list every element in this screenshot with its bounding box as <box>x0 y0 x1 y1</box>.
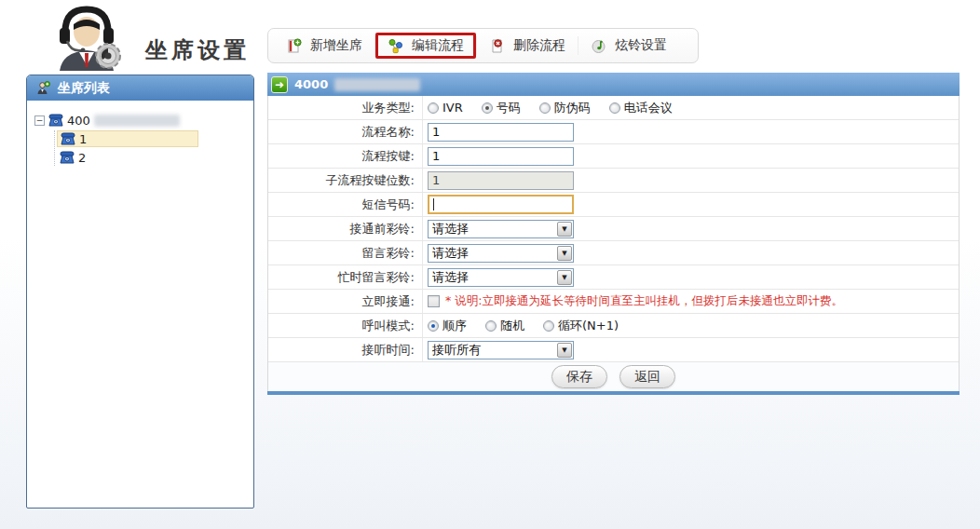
radio-option-random[interactable]: 随机 <box>485 318 524 334</box>
radio-option-conference[interactable]: 电话会议 <box>609 100 673 116</box>
chevron-down-icon: ▼ <box>557 246 572 261</box>
gear-icon <box>96 44 120 68</box>
selected-value: 请选择 <box>429 245 556 262</box>
flow-form: 业务类型: IVR 号码 防伪码 电话会议 <box>267 96 960 362</box>
censored-number-blur <box>94 115 180 127</box>
add-agent-icon <box>286 38 302 54</box>
form-footer: 保存 返回 <box>267 362 960 391</box>
field-label: 接通前彩铃: <box>268 217 423 240</box>
form-row-busy-message-ring: 忙时留言彩铃: 请选择 ▼ <box>268 265 959 290</box>
flow-name-input[interactable] <box>428 123 574 142</box>
form-row-immediate-connect: 立即接通: * 说明:立即接通为延长等待时间直至主叫挂机，但拨打后未接通也立即计… <box>268 290 959 314</box>
phone-icon <box>61 132 75 145</box>
radio-option-ivr[interactable]: IVR <box>428 101 463 115</box>
agent-tree: − 400 1 <box>27 101 253 177</box>
chevron-down-icon: ▼ <box>557 343 572 358</box>
radio-option-cycle[interactable]: 循环(N+1) <box>543 318 619 334</box>
radio-icon-checked <box>428 320 439 332</box>
form-row-answer-time: 接听时间: 接听所有 ▼ <box>268 338 959 362</box>
sms-number-input[interactable] <box>428 195 574 214</box>
radio-label: 循环(N+1) <box>558 318 619 334</box>
field-label: 立即接通: <box>268 290 423 313</box>
radio-icon <box>428 102 439 114</box>
field-label: 呼叫模式: <box>268 314 423 337</box>
radio-icon <box>543 320 554 332</box>
tree-node-agent[interactable]: 2 <box>57 149 246 166</box>
immediate-connect-note: * 说明:立即接通为延长等待时间直至主叫挂机，但拨打后未接通也立即计费。 <box>445 293 843 309</box>
form-row-flow-key: 流程按键: <box>268 144 959 169</box>
radio-label: IVR <box>442 101 463 115</box>
radio-option-anticounterfeit[interactable]: 防伪码 <box>539 100 591 116</box>
field-label: 短信号码: <box>268 193 423 216</box>
ring-settings-button[interactable]: 炫铃设置 <box>578 33 679 59</box>
form-row-subflow-digits: 子流程按键位数: <box>268 169 959 193</box>
radio-icon <box>485 320 497 332</box>
toolbar-button-label: 新增坐席 <box>310 37 362 54</box>
edit-flow-icon <box>388 38 403 54</box>
flow-edit-panel: ➜ 4000 业务类型: IVR 号码 防伪码 <box>267 73 960 395</box>
collapse-icon[interactable]: − <box>34 115 45 126</box>
phone-icon <box>48 114 63 127</box>
selected-value: 请选择 <box>429 269 556 286</box>
message-ring-select[interactable]: 请选择 ▼ <box>428 244 574 263</box>
add-person-icon <box>36 81 50 95</box>
field-label: 业务类型: <box>268 96 423 119</box>
add-agent-button[interactable]: 新增坐席 <box>274 33 374 59</box>
selected-value: 请选择 <box>429 221 556 237</box>
toolbar-button-label: 删除流程 <box>513 37 565 54</box>
toolbar: 新增坐席 编辑流程 删除流程 炫铃设置 <box>267 28 699 63</box>
panel-title-number: 4000 <box>294 77 328 91</box>
radio-label: 防伪码 <box>554 100 591 116</box>
field-label: 留言彩铃: <box>268 241 423 264</box>
censored-number-blur <box>334 78 420 91</box>
delete-flow-button[interactable]: 删除流程 <box>477 33 578 59</box>
form-row-call-mode: 呼叫模式: 顺序 随机 循环(N+1) <box>268 314 959 338</box>
tree-children: 1 2 <box>54 130 246 166</box>
radio-label: 随机 <box>500 318 524 334</box>
tree-root-node[interactable]: − 400 <box>34 112 246 129</box>
tree-root-label: 400 <box>67 114 90 128</box>
busy-message-ring-select[interactable]: 请选择 ▼ <box>428 268 574 287</box>
toolbar-button-label: 炫铃设置 <box>615 37 667 54</box>
call-mode-radio-group: 顺序 随机 循环(N+1) <box>423 318 959 334</box>
back-button[interactable]: 返回 <box>619 365 675 388</box>
delete-flow-icon <box>489 38 505 54</box>
tree-node-label: 1 <box>79 132 87 146</box>
agent-list-title: 坐席列表 <box>58 80 110 97</box>
field-label: 接听时间: <box>268 338 423 361</box>
arrow-right-icon: ➜ <box>271 76 288 93</box>
panel-header: ➜ 4000 <box>267 73 960 96</box>
radio-icon <box>539 102 551 114</box>
tree-node-label: 2 <box>78 151 86 165</box>
field-label: 忙时留言彩铃: <box>268 265 423 289</box>
radio-label: 顺序 <box>442 318 467 334</box>
subflow-digits-input <box>428 171 574 190</box>
text-caret <box>433 198 434 210</box>
field-label: 流程按键: <box>268 144 423 168</box>
field-label: 子流程按键位数: <box>268 169 423 192</box>
pre-connect-ring-select[interactable]: 请选择 ▼ <box>428 220 574 238</box>
immediate-connect-checkbox[interactable] <box>428 295 440 307</box>
ring-settings-icon <box>591 38 606 54</box>
answer-time-select[interactable]: 接听所有 ▼ <box>428 341 574 359</box>
form-row-message-ring: 留言彩铃: 请选择 ▼ <box>268 241 959 265</box>
business-type-radio-group: IVR 号码 防伪码 电话会议 <box>423 100 959 116</box>
phone-icon <box>60 151 75 164</box>
form-row-pre-connect-ring: 接通前彩铃: 请选择 ▼ <box>268 217 959 241</box>
radio-option-sequential[interactable]: 顺序 <box>428 318 467 334</box>
save-button[interactable]: 保存 <box>551 365 607 388</box>
field-label: 流程名称: <box>268 120 423 143</box>
edit-flow-button[interactable]: 编辑流程 <box>375 33 476 59</box>
chevron-down-icon: ▼ <box>557 270 572 285</box>
radio-option-number[interactable]: 号码 <box>482 100 521 116</box>
agent-list-header: 坐席列表 <box>27 75 253 101</box>
form-row-sms-number: 短信号码: <box>268 193 959 217</box>
toolbar-button-label: 编辑流程 <box>412 37 464 54</box>
agent-headset-icon <box>47 4 132 71</box>
flow-key-input[interactable] <box>428 147 574 166</box>
page-title: 坐席设置 <box>145 35 250 65</box>
tree-node-agent[interactable]: 1 <box>57 130 198 147</box>
radio-icon <box>609 102 620 114</box>
radio-icon-checked <box>482 102 493 114</box>
selected-value: 接听所有 <box>429 342 556 359</box>
